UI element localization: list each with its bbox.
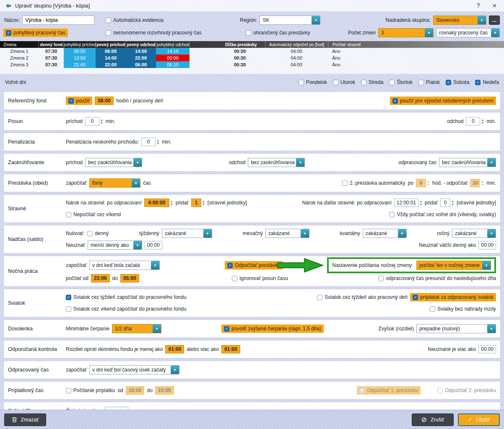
narok1-stepper[interactable]: 4:00:00 ▲▼ (144, 199, 173, 207)
nocna-od-input[interactable]: 23:00 (91, 274, 110, 283)
pre-vypocet-checkbox[interactable]: použiť pre výpočet celodenných prerušení (390, 97, 496, 105)
day-label: Streda (369, 79, 383, 85)
stepper-arrows[interactable]: ▲▼ (202, 200, 205, 206)
zvysok-label: Zvyšok (rozdiel) (378, 326, 414, 332)
stepper-arrows[interactable]: ▲▼ (156, 139, 159, 145)
sviatky-bez-nahrady-checkbox[interactable]: Sviatky bez náhrady mzdy (430, 306, 496, 312)
priplatok-do-input[interactable]: 23:59 (155, 386, 174, 395)
posun-prichod-stepper[interactable]: 0 ▲▼ (85, 117, 103, 126)
druha-prestavka-checkbox[interactable]: 2. prestávka automaticky (342, 180, 405, 186)
zvysok-select[interactable]: prepadne (nulový) ▼ (416, 324, 496, 333)
section-referencny-fond: Referenčný fond použiť 08:00 hodín / pra… (3, 92, 501, 110)
minimalne-cerpanie-select[interactable]: 1/2 dňa ▼ (112, 324, 161, 333)
region-select[interactable]: SK ▼ (260, 16, 320, 25)
button-label: Zrušiť (431, 417, 444, 423)
automaticka-evidencia-checkbox[interactable]: Automatická evidencia (106, 17, 164, 23)
nocna-zapocitat-select[interactable]: v dni keď bola začatá ▼ (89, 261, 160, 270)
po-label: po (408, 180, 413, 186)
odpracovany-zapocitat-select[interactable]: v dni keď bol časový úsek začatý ▼ (89, 365, 179, 374)
nastavenie-nocnej-zmeny-select[interactable]: počítať len v nočnej zmene ▼ (416, 261, 491, 270)
povolit-zvysene-checkbox[interactable]: povoliť zvýšené čerpanie (napr. 1,5 dňa) (221, 324, 324, 333)
neuznat-mensi-input[interactable]: 00:00 (145, 241, 162, 249)
table-row[interactable]: Zmena 207:3013:5014:0022:0000:0000:3004:… (0, 55, 504, 61)
stepper-arrows[interactable]: ▲▼ (427, 180, 430, 186)
stepper-arrows[interactable]: ▲▼ (170, 200, 173, 206)
pocet-zmien-select[interactable]: 3 ▼ (378, 28, 434, 37)
save-button[interactable]: ✓ Uložiť (458, 413, 500, 426)
nadcas-rocny-select[interactable]: zakázané ▼ (452, 229, 496, 238)
nadcas-tyzdenny-select[interactable]: zakázané ▼ (162, 229, 212, 238)
neuznat-mensi-select[interactable]: menší denný ako ▼ (88, 241, 142, 250)
nerovnomerne-checkbox[interactable]: nerovnomerne rozvrhnutý pracovný čas (106, 30, 202, 36)
narok2-stepper[interactable]: 12:00:01 ▲▼ (394, 199, 422, 207)
stepper-arrows[interactable]: ▲▼ (451, 200, 454, 206)
nepocitat-vikend-checkbox[interactable]: Nepočítať cez víkend (66, 212, 121, 217)
close-button[interactable]: × (493, 2, 496, 10)
vzdy-pocitat-checkbox[interactable]: Vždy počítať cez voľné dni (víkendy, svi… (389, 212, 496, 217)
section-label: Odporúčaná kontrola (8, 346, 66, 352)
table-row[interactable]: Zmena 107:3005:5006:0014:0014:1000:3004:… (0, 48, 504, 55)
sviatok-vikend-checkbox[interactable]: Sviatok cez víkend započítať do pracovné… (66, 306, 186, 312)
ohraniceny-cas-checkbox[interactable]: ohraničený čas prestávky (246, 30, 310, 36)
checkbox-label: použiť (76, 98, 90, 104)
pohyblivy-cas-checkbox[interactable]: pohyblivý pracovný čas (3, 29, 68, 37)
priplatok-sviatok-checkbox[interactable]: príplatok za odpracovaný sviatok (410, 293, 496, 301)
pridat1-stepper[interactable]: 1 ▲▼ (191, 199, 205, 207)
day-checkbox[interactable]: Piatok (418, 79, 440, 85)
section-dovolenka: Dovolenka Minimálne čerpanie 1/2 dňa ▼ p… (3, 319, 501, 338)
odpocitat-2-prestavku-checkbox: Odpočítať 2. prestávku (437, 387, 496, 393)
cancel-button[interactable]: ⊘ Zrušiť (412, 413, 454, 426)
ignorovat-posun-checkbox[interactable]: Ignorovať posun času (232, 275, 288, 281)
kontrola-viac-input[interactable]: 01:00 (221, 345, 240, 353)
stepper-arrows[interactable]: ▲▼ (481, 180, 484, 186)
druha-po-stepper[interactable]: 8 ▲▼ (416, 179, 430, 187)
nadcas-kvartalny-select[interactable]: zakázané ▼ (363, 229, 407, 238)
day-checkbox[interactable]: Pondelok (299, 79, 327, 85)
prestavka-zapocitat-select[interactable]: fixný ▼ (89, 178, 140, 188)
stepper-arrows[interactable]: ▲▼ (481, 118, 484, 124)
nocna-do-input[interactable]: 05:00 (120, 274, 139, 283)
pridat2-stepper[interactable]: 0 ▲▼ (440, 199, 454, 207)
fond-hodiny-input[interactable]: 08:00 (95, 97, 114, 105)
nadcas-mesacny-select[interactable]: zakázané ▼ (265, 229, 309, 238)
zaokruhlovanie-odpracovany-select[interactable]: bez zaokrúhľovania ▼ (439, 158, 496, 167)
day-checkbox[interactable]: Streda (361, 79, 383, 85)
druha-odpocitat-stepper[interactable]: 30 ▲▼ (470, 179, 484, 187)
presunut-cas-checkbox[interactable]: odpracovaný čas presunúť do nasledujúceh… (378, 275, 496, 281)
posun-odchod-stepper[interactable]: 0 ▲▼ (466, 117, 484, 126)
nazov-input[interactable] (22, 16, 94, 25)
day-checkbox[interactable]: Štvrtok (389, 79, 412, 85)
sviatok-tyzden-checkbox[interactable]: Sviatok cez týždeň započítať do pracovné… (66, 294, 186, 300)
pocitanie-priplatku-checkbox[interactable]: Počítanie príplatku (66, 387, 115, 393)
zaokruhlovanie-odchod-select[interactable]: bez zaokrúhľovania ▼ (248, 158, 305, 167)
select-value: počítať len v nočnej zmene (417, 261, 482, 269)
checkbox-box (106, 18, 111, 23)
jednotky-label: [stravné jednotky] (208, 200, 247, 206)
narok1-label: Nárok na stravné: po odpracovaní (66, 200, 142, 206)
table-row[interactable]: Zmena 307:3021:4022:0006:0006:1000:3004:… (0, 61, 504, 68)
min-label: min. (162, 139, 171, 145)
chevron-down-icon: ▼ (153, 324, 161, 333)
day-label: Piatok (426, 79, 440, 85)
day-checkbox[interactable]: Nedeľa (475, 79, 499, 85)
priplatok-od-input[interactable]: 10:00 (126, 386, 145, 395)
delete-button[interactable]: Zmazať (4, 413, 46, 426)
more-button[interactable]: ... (489, 16, 500, 25)
pouzit-checkbox[interactable]: použiť (66, 97, 92, 105)
penalizacia-stepper[interactable]: 0 ▲▼ (141, 138, 159, 146)
kontrola-menej-input[interactable]: 01:00 (165, 345, 184, 353)
chevron-down-icon: ▼ (203, 229, 212, 238)
zaokruhlovanie-prichod-select[interactable]: bez zaokrúhľovania ▼ (85, 158, 142, 167)
nulovat-denny-checkbox[interactable]: denný (87, 230, 109, 236)
neuznat-vacsi-input[interactable]: 00:00 (478, 241, 496, 249)
stepper-arrows[interactable]: ▲▼ (100, 118, 103, 124)
help-button[interactable]: ? (477, 2, 480, 10)
odpocitat-prestavku-checkbox[interactable]: Odpočítať prestávku (225, 261, 283, 269)
day-checkbox[interactable]: Sobota (446, 79, 469, 85)
nadradena-select[interactable]: Slovensko ▼ (433, 16, 486, 25)
day-checkbox[interactable]: Utorok (333, 79, 355, 85)
neuznane-input[interactable]: 00:00 (478, 345, 496, 353)
stepper-arrows[interactable]: ▲▼ (419, 200, 422, 206)
rovnaky-cas-select[interactable]: rovnaký pracovný čas ▼ (436, 28, 500, 37)
sviatok-pracovny-den-checkbox[interactable]: Sviatok cez týždeň ako pracovný deň (317, 294, 408, 300)
